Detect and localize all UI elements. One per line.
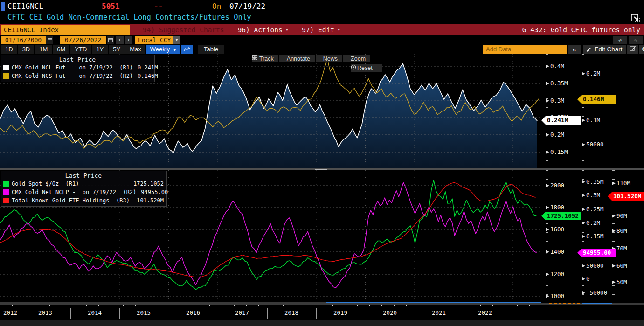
x-minor-tick: [123, 305, 124, 306]
period-buttons: 1D3D1M6MYTD1Y5YMaxWeekly▼Table: [1, 45, 224, 54]
menu-item-96-actions[interactable]: 96) Actions▾: [231, 24, 295, 35]
axis-tick-label: 1400: [550, 248, 564, 256]
axis-tick-label: 1200: [550, 271, 564, 278]
axis-tick-label: 50000: [586, 262, 604, 270]
reset-zoom-button[interactable]: Reset: [351, 64, 382, 72]
zoom-button[interactable]: Zoom: [343, 55, 370, 62]
axis-minor-ticks: [546, 170, 548, 303]
axis-tick-label: 90M: [616, 212, 627, 220]
series-label: CMX Gold NCS Fut - on 7/19/22 (R2): [12, 72, 133, 80]
period-button-6m[interactable]: 6M: [53, 45, 69, 54]
scroll-range-indicator: [326, 302, 541, 303]
period-button-1d[interactable]: 1D: [1, 45, 17, 54]
x-minor-tick: [283, 305, 284, 306]
period-button-3d[interactable]: 3D: [18, 45, 35, 54]
legend-series-row: Total Known Gold ETF Holdings (R3)101.52…: [3, 196, 164, 205]
series-swatch: [3, 181, 9, 187]
series-label: CMX Gold Net NCFP - on 7/19/22 (R2): [12, 188, 136, 196]
security-input[interactable]: CEI1GNCL Index: [1, 25, 130, 35]
table-button[interactable]: Table: [198, 45, 224, 54]
x-minor-tick: [25, 305, 25, 306]
year-label: 2012: [3, 309, 17, 316]
x-minor-tick: [37, 305, 37, 306]
chart-slot-title: G 432: Gold CFTC futures only: [522, 24, 640, 35]
start-calendar-icon[interactable]: [46, 36, 53, 44]
news-button[interactable]: News: [316, 55, 342, 62]
x-minor-tick: [419, 305, 419, 306]
bottom-legend: Last PriceGold Spot $/Oz (R1)1725.1052CM…: [1, 171, 167, 207]
x-minor-tick: [431, 305, 431, 306]
frequency-select[interactable]: Weekly▼: [146, 45, 180, 54]
annotate-button[interactable]: Annotate: [279, 55, 315, 62]
year-separator: [366, 308, 366, 319]
last-value-tag: 94955.00: [577, 249, 616, 257]
currency-dropdown-icon[interactable]: ▼: [173, 36, 180, 44]
year-separator: [464, 308, 464, 319]
bottom-chart-panel[interactable]: Last PriceGold Spot $/Oz (R1)1725.1052CM…: [0, 170, 541, 303]
popout-icon[interactable]: [630, 13, 642, 24]
legend-series-row: Gold Spot $/Oz (R1)1725.1052: [3, 180, 164, 188]
x-minor-tick: [111, 305, 111, 306]
edit-annotations-icon[interactable]: [627, 45, 638, 54]
end-calendar-icon[interactable]: [107, 36, 114, 44]
add-data-input[interactable]: Add Data: [483, 45, 567, 54]
axis-tick-label: 60M: [616, 262, 627, 270]
scroll-range-indicator-right: [582, 303, 612, 304]
undo-icon[interactable]: ↶: [613, 36, 627, 44]
axis-tick-label: 50M: [616, 278, 627, 286]
axis-tick-label: 0.3M: [586, 192, 600, 199]
axis-tick-label: 50000: [586, 141, 604, 148]
x-minor-tick: [185, 305, 185, 306]
axis-tick-label: 2000: [550, 182, 564, 189]
gear-icon[interactable]: ⚙: [639, 45, 644, 54]
divider-grip-icon[interactable]: [315, 168, 327, 170]
edit-chart-button[interactable]: Edit Chart: [583, 45, 626, 54]
menu-item-97-edit[interactable]: 97) Edit▾: [295, 24, 346, 35]
period-button-1m[interactable]: 1M: [35, 45, 52, 54]
period-button-ytd[interactable]: YTD: [70, 45, 91, 54]
x-minor-tick: [308, 305, 308, 306]
top-legend-title: Last Price: [3, 55, 152, 63]
scrollbar-grip-icon[interactable]: [234, 302, 244, 304]
x-minor-tick: [480, 305, 481, 306]
period-button-max[interactable]: Max: [125, 45, 145, 54]
x-minor-tick: [12, 305, 13, 306]
legend-series-row: CMX Gold Net NCFP - on 7/19/22 (R2)94955…: [3, 188, 164, 196]
axis-minor-ticks: [582, 54, 584, 168]
cursor-block: [1, 2, 5, 11]
x-axis-years: 2012201320142015201620172018201920202021…: [0, 307, 644, 320]
year-separator: [21, 308, 21, 319]
top-chart-panel[interactable]: Last PriceCMX Gold NCL Fut - on 7/19/22 …: [0, 54, 541, 168]
quote-date: 07/19/22: [229, 2, 265, 11]
period-button-1y[interactable]: 1Y: [92, 45, 108, 54]
next-period-button[interactable]: ›: [125, 36, 132, 44]
axis-tick-label: 0.2M: [586, 70, 600, 77]
year-label: 2015: [137, 309, 151, 316]
period-button-5y[interactable]: 5Y: [109, 45, 125, 54]
axis-tick-label: 0.15M: [550, 148, 568, 156]
axis-tick-label: 80M: [616, 227, 627, 235]
start-date-input[interactable]: 01/16/2000: [1, 36, 46, 44]
axis-tick-label: 0.3M: [550, 97, 564, 104]
x-minor-tick: [369, 305, 370, 306]
x-minor-tick: [406, 305, 407, 306]
x-minor-tick: [296, 305, 296, 306]
collapse-panel-button[interactable]: «: [568, 45, 581, 54]
series-last-value: 0.241M: [133, 63, 158, 72]
year-separator: [267, 308, 268, 319]
menu-item-94-suggested-charts[interactable]: 94) Suggested Charts: [136, 24, 231, 35]
year-label: 2021: [432, 309, 446, 316]
chevron-down-icon: ▾: [338, 28, 340, 32]
chart-type-icon[interactable]: [181, 45, 193, 54]
prev-period-button[interactable]: ‹: [116, 36, 124, 44]
year-separator: [316, 308, 317, 319]
chevron-down-icon: ▼: [173, 48, 177, 52]
chart-tool-buttons: TrackAnnotateNewsZoom: [252, 55, 370, 62]
x-minor-tick: [49, 305, 50, 306]
currency-select[interactable]: Local CCY: [135, 36, 173, 44]
series-last-value: 94955.00: [136, 188, 168, 196]
series-swatch: [3, 73, 9, 79]
end-date-input[interactable]: 07/26/2022: [60, 36, 106, 44]
redo-icon[interactable]: ↷: [629, 36, 643, 44]
history-buttons: ↶ ↷: [613, 36, 643, 44]
